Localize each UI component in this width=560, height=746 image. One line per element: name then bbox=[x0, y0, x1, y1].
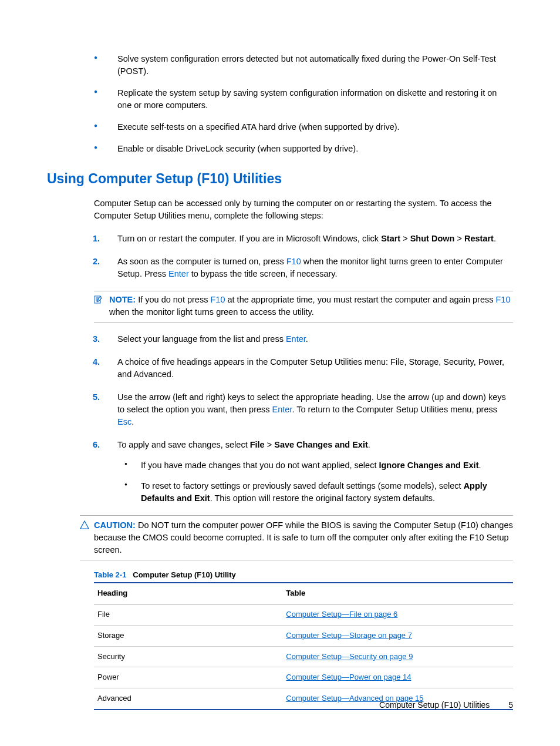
bullet-text: Enable or disable DriveLock security (wh… bbox=[117, 144, 358, 153]
table-row: File Computer Setup—File on page 6 bbox=[94, 604, 513, 625]
step-6: 6. To apply and save changes, select Fil… bbox=[47, 439, 513, 505]
table-row: Storage Computer Setup—Storage on page 7 bbox=[94, 625, 513, 646]
top-bullet-list: Solve system configuration errors detect… bbox=[47, 53, 513, 155]
bullet-text: Execute self-tests on a specified ATA ha… bbox=[117, 122, 400, 132]
cell-heading: Storage bbox=[94, 625, 282, 646]
setup-table: Heading Table File Computer Setup—File o… bbox=[94, 582, 513, 710]
list-item: If you have made changes that you do not… bbox=[117, 459, 513, 472]
step-number: 1. bbox=[93, 233, 100, 245]
step-text: Turn on or restart the computer. If you … bbox=[117, 234, 496, 243]
link-power[interactable]: Computer Setup—Power on page 14 bbox=[286, 673, 411, 681]
note-icon bbox=[94, 295, 106, 308]
step-text: Select your language from the list and p… bbox=[117, 334, 308, 344]
steps-list-continued: 3. Select your language from the list an… bbox=[47, 333, 513, 505]
step-3: 3. Select your language from the list an… bbox=[47, 333, 513, 345]
page-number: 5 bbox=[508, 700, 513, 710]
step-text: A choice of five headings appears in the… bbox=[117, 357, 504, 379]
step-number: 2. bbox=[93, 256, 100, 268]
step-number: 3. bbox=[93, 333, 100, 345]
sub-bullet-list: If you have made changes that you do not… bbox=[117, 459, 513, 505]
caution-icon bbox=[80, 520, 92, 533]
table-caption: Table 2-1 Computer Setup (F10) Utility bbox=[94, 570, 513, 581]
caution-label: CAUTION: bbox=[94, 520, 136, 530]
table-title: Computer Setup (F10) Utility bbox=[133, 570, 236, 579]
table-header-row: Heading Table bbox=[94, 583, 513, 604]
note-body: NOTE: If you do not press F10 at the app… bbox=[109, 294, 513, 318]
bullet-text: Replicate the system setup by saving sys… bbox=[117, 88, 497, 110]
table-row: Security Computer Setup—Security on page… bbox=[94, 646, 513, 667]
note-callout: NOTE: If you do not press F10 at the app… bbox=[94, 291, 513, 322]
list-item: Execute self-tests on a specified ATA ha… bbox=[47, 121, 513, 133]
step-number: 5. bbox=[93, 391, 100, 404]
cell-heading: Power bbox=[94, 667, 282, 688]
step-4: 4. A choice of five headings appears in … bbox=[47, 356, 513, 381]
list-item: Solve system configuration errors detect… bbox=[47, 53, 513, 78]
table-row: Power Computer Setup—Power on page 14 bbox=[94, 667, 513, 688]
caution-body: CAUTION: Do NOT turn the computer power … bbox=[94, 519, 513, 556]
bullet-text: Solve system configuration errors detect… bbox=[117, 54, 496, 76]
step-text: To apply and save changes, select File >… bbox=[117, 440, 370, 449]
list-item: To reset to factory settings or previous… bbox=[117, 480, 513, 505]
list-item: Enable or disable DriveLock security (wh… bbox=[47, 143, 513, 155]
list-item: Replicate the system setup by saving sys… bbox=[47, 87, 513, 112]
step-number: 6. bbox=[93, 439, 100, 451]
cell-heading: Advanced bbox=[94, 688, 282, 710]
step-number: 4. bbox=[93, 356, 100, 368]
caution-text: Do NOT turn the computer power OFF while… bbox=[94, 520, 513, 555]
cell-heading: Security bbox=[94, 646, 282, 667]
section-heading: Using Computer Setup (F10) Utilities bbox=[47, 169, 513, 189]
step-text: Use the arrow (left and right) keys to s… bbox=[117, 392, 506, 426]
steps-list: 1. Turn on or restart the computer. If y… bbox=[47, 233, 513, 280]
step-2: 2. As soon as the computer is turned on,… bbox=[47, 256, 513, 280]
link-storage[interactable]: Computer Setup—Storage on page 7 bbox=[286, 631, 412, 640]
cell-heading: File bbox=[94, 604, 282, 625]
step-5: 5. Use the arrow (left and right) keys t… bbox=[47, 391, 513, 428]
caution-callout: CAUTION: Do NOT turn the computer power … bbox=[80, 515, 513, 560]
footer-text: Computer Setup (F10) Utilities bbox=[379, 700, 490, 710]
link-file[interactable]: Computer Setup—File on page 6 bbox=[286, 610, 397, 619]
link-security[interactable]: Computer Setup—Security on page 9 bbox=[286, 652, 413, 661]
intro-paragraph: Computer Setup can be accessed only by t… bbox=[94, 197, 513, 222]
note-label: NOTE: bbox=[109, 295, 136, 304]
step-1: 1. Turn on or restart the computer. If y… bbox=[47, 233, 513, 245]
col-heading: Heading bbox=[94, 583, 282, 604]
col-table: Table bbox=[282, 583, 513, 604]
page-footer: Computer Setup (F10) Utilities 5 bbox=[379, 699, 513, 711]
table-number: Table 2-1 bbox=[94, 570, 126, 579]
document-page: Solve system configuration errors detect… bbox=[0, 0, 560, 746]
step-text: As soon as the computer is turned on, pr… bbox=[117, 257, 503, 278]
